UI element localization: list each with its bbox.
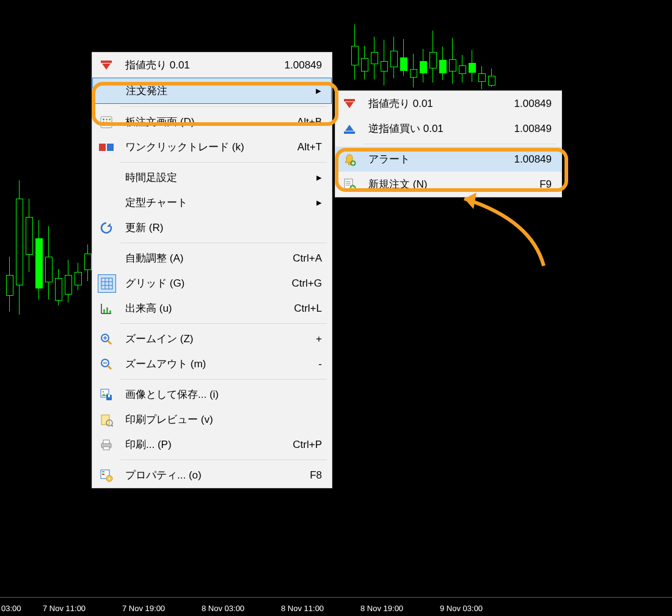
menu-item-zoomin[interactable]: ズームイン (Z) + <box>92 326 332 351</box>
refresh-icon <box>98 220 114 236</box>
menu-label: アラート <box>368 152 410 166</box>
menu-separator <box>120 379 327 380</box>
menu-label: プロパティ... (o) <box>125 468 202 482</box>
menu-label: 指値売り 0.01 <box>368 97 433 111</box>
svg-rect-35 <box>103 440 109 444</box>
depth-icon <box>98 114 114 130</box>
oneclick-icon <box>98 139 114 155</box>
menu-item-properties[interactable]: プロパティ... (o) F8 <box>92 463 332 488</box>
submenu-item-sell-limit[interactable]: 指値売り 0.01 1.00849 <box>335 91 561 116</box>
menu-item-timeframe[interactable]: 時間足設定 ▸ <box>92 165 332 190</box>
menu-item-sell-limit[interactable]: 指値売り 0.01 1.00849 <box>92 53 332 78</box>
menu-item-order[interactable]: 注文発注 ▸ <box>92 78 332 104</box>
svg-rect-30 <box>108 395 110 397</box>
menu-shortcut: + <box>298 333 322 345</box>
menu-item-depth[interactable]: 板注文画面 (D) Alt+B <box>92 109 332 134</box>
menu-item-refresh[interactable]: 更新 (R) <box>92 215 332 240</box>
svg-rect-17 <box>103 309 105 313</box>
zoomin-icon <box>98 331 114 347</box>
svg-line-33 <box>112 425 114 427</box>
menu-shortcut: 1.00849 <box>496 123 552 135</box>
svg-rect-0 <box>101 61 112 63</box>
x-axis-tick: 7 Nov 11:00 <box>43 604 86 613</box>
svg-point-44 <box>348 163 351 165</box>
menu-label: 板注文画面 (D) <box>125 115 194 129</box>
submenu-item-alert[interactable]: アラート 1.00849 <box>335 147 561 172</box>
grid-icon <box>98 274 116 293</box>
menu-item-printprev[interactable]: 印刷プレビュー (v) <box>92 407 332 432</box>
menu-label: グリッド (G) <box>125 276 184 290</box>
menu-shortcut: F9 <box>521 178 552 191</box>
menu-label: ズームイン (Z) <box>125 332 193 346</box>
menu-item-volume[interactable]: 出来高 (u) Ctrl+L <box>92 296 332 321</box>
menu-label: 自動調整 (A) <box>125 251 183 265</box>
menu-label: ズームアウト (m) <box>125 357 206 371</box>
menu-label: 出来高 (u) <box>125 301 172 315</box>
menu-shortcut: 1.00849 <box>266 59 322 72</box>
volume-icon <box>98 301 114 317</box>
menu-label: 画像として保存... (i) <box>125 387 219 402</box>
svg-rect-5 <box>103 122 104 123</box>
menu-separator <box>120 323 327 324</box>
svg-rect-2 <box>103 119 104 120</box>
x-axis-tick: 8 Nov 19:00 <box>360 604 403 613</box>
svg-line-21 <box>108 341 112 345</box>
submenu-arrow-icon: ▸ <box>298 84 321 97</box>
svg-rect-6 <box>106 122 108 123</box>
svg-point-41 <box>109 478 111 480</box>
menu-label: 時間足設定 <box>125 170 177 185</box>
sell-arrow-icon <box>98 57 114 73</box>
buy-arrow-icon <box>341 121 357 137</box>
menu-label: 更新 (R) <box>125 221 163 235</box>
menu-label: ワンクリックトレード (k) <box>125 140 244 154</box>
svg-rect-38 <box>102 471 104 472</box>
menu-separator <box>120 106 327 107</box>
svg-rect-10 <box>101 278 112 289</box>
menu-shortcut: F8 <box>291 469 322 482</box>
menu-label: 定型チャート <box>125 196 188 210</box>
svg-rect-7 <box>109 122 111 123</box>
menu-label: 印刷プレビュー (v) <box>125 413 213 427</box>
alert-icon <box>341 152 357 167</box>
svg-rect-19 <box>109 310 111 313</box>
saveimg-icon <box>98 387 114 403</box>
menu-label: 新規注文 (N) <box>368 177 427 191</box>
submenu-order[interactable]: 指値売り 0.01 1.00849 逆指値買い 0.01 1.00849 アラー… <box>335 90 562 197</box>
menu-item-autoscroll[interactable]: 自動調整 (A) Ctrl+A <box>92 246 332 271</box>
x-axis-tick: 9 Nov 03:00 <box>440 604 483 613</box>
menu-shortcut: Ctrl+P <box>274 439 322 451</box>
svg-rect-3 <box>106 119 108 120</box>
menu-item-oneclick[interactable]: ワンクリックトレード (k) Alt+T <box>92 134 332 160</box>
submenu-item-neworder[interactable]: 新規注文 (N) F9 <box>335 172 561 197</box>
svg-rect-4 <box>109 119 111 120</box>
svg-rect-9 <box>107 144 114 151</box>
print-icon <box>98 437 114 453</box>
menu-shortcut: Ctrl+L <box>276 302 322 315</box>
menu-shortcut: - <box>300 358 322 370</box>
menu-separator <box>120 162 327 163</box>
menu-item-print[interactable]: 印刷... (P) Ctrl+P <box>92 432 332 457</box>
menu-shortcut: Ctrl+A <box>274 252 322 265</box>
submenu-arrow-icon: ▸ <box>298 171 322 184</box>
menu-item-grid[interactable]: グリッド (G) Ctrl+G <box>92 271 332 296</box>
menu-label: 指値売り 0.01 <box>125 58 190 72</box>
x-axis-tick: 8 Nov 11:00 <box>281 604 324 613</box>
menu-item-saveimg[interactable]: 画像として保存... (i) <box>92 382 332 407</box>
context-menu[interactable]: 指値売り 0.01 1.00849 注文発注 ▸ 板注文画面 (D) Alt+B… <box>92 52 332 488</box>
sell-arrow-icon <box>341 96 357 112</box>
menu-separator <box>363 144 557 144</box>
menu-shortcut: 1.00849 <box>496 98 552 110</box>
menu-item-template[interactable]: 定型チャート ▸ <box>92 190 332 215</box>
menu-label: 印刷... (P) <box>125 438 172 452</box>
menu-item-zoomout[interactable]: ズームアウト (m) - <box>92 351 332 376</box>
menu-shortcut: 1.00849 <box>496 153 552 166</box>
x-axis-tick: 7 Nov 19:00 <box>122 604 165 613</box>
menu-shortcut: Ctrl+G <box>273 277 322 290</box>
x-axis: 03:00 7 Nov 11:00 7 Nov 19:00 8 Nov 03:0… <box>0 597 672 616</box>
svg-rect-18 <box>106 307 108 313</box>
menu-label: 逆指値買い 0.01 <box>368 122 444 136</box>
properties-icon <box>98 468 114 483</box>
svg-rect-8 <box>99 144 106 151</box>
menu-separator <box>120 243 327 243</box>
submenu-item-buy-stop[interactable]: 逆指値買い 0.01 1.00849 <box>335 116 561 141</box>
